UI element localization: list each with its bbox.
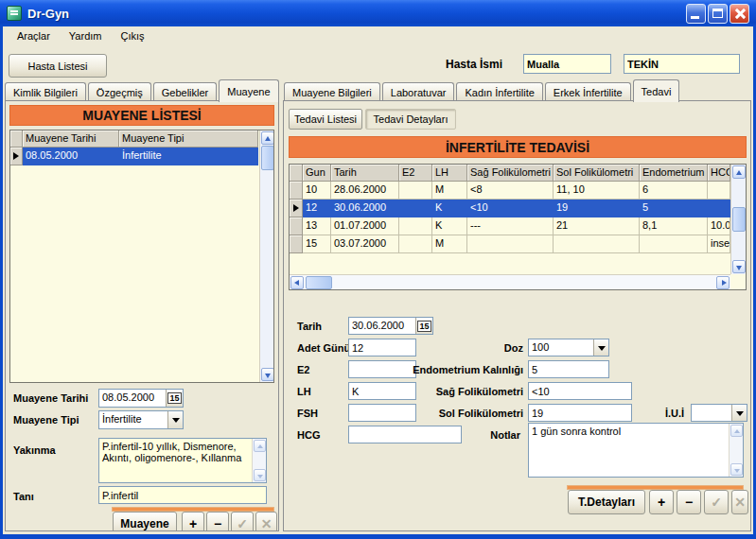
tarih-field[interactable]: 30.06.2000 15 [348,317,433,335]
endometrium-kalinligi-field[interactable] [528,360,609,378]
column-header-muayene-tarihi[interactable]: Muayene Tarihi [23,130,119,148]
tab-ozgecmis[interactable]: Özgeçmiş [88,82,151,101]
table-row[interactable]: 15 03.07.2000 M insem [290,235,746,253]
cell-endo: 8,1 [640,217,708,235]
scroll-up-icon[interactable] [254,440,266,452]
infertilite-tedavisi-header: İNFERTİLİTE TEDAVİSİ [289,136,747,158]
sag-folikulometri-field[interactable] [528,382,632,400]
tab-muayene-bilgileri[interactable]: Muayene Bilgileri [284,82,380,101]
tab-erkek-infertilite[interactable]: Erkek İnfertilite [545,82,631,101]
column-header-lh[interactable]: LH [432,165,467,182]
scroll-left-icon[interactable] [290,276,304,289]
cell-sag: <8 [467,182,554,200]
menu-araclar[interactable]: Araçlar [8,26,60,47]
scroll-track[interactable] [731,180,746,207]
column-header-gun[interactable]: Gun [303,165,331,182]
calendar-button[interactable]: 15 [166,390,183,407]
tedavi-detaylari-nav-button[interactable]: T.Detayları [568,490,645,514]
column-header-endometrium[interactable]: Endometrium [640,165,708,182]
hcg-field[interactable] [348,426,462,443]
cell-tarih: 01.07.2000 [331,217,399,235]
column-header-sol-folikulometri[interactable]: Sol Folikülometri [554,165,640,182]
scroll-down-icon[interactable] [254,469,266,481]
table-row[interactable]: 12 30.06.2000 K <10 19 5 [290,200,746,217]
notlar-scrollbar[interactable] [729,424,743,477]
minimize-button[interactable] [686,4,706,24]
notlar-textarea[interactable]: 1 gün sonra kontrol [529,424,729,477]
doz-combobox[interactable]: 100 [528,339,609,356]
column-header-e2[interactable]: E2 [399,165,432,182]
tab-kimlik-bilgileri[interactable]: Kimlik Bilgileri [5,82,86,101]
table-row[interactable]: 10 28.06.2000 M <8 11, 10 6 [290,182,746,200]
tarih-label: Tarih [297,321,322,332]
scroll-down-icon[interactable] [732,260,746,273]
scroll-right-icon[interactable] [716,276,730,289]
sol-folikulometri-field[interactable] [528,404,632,422]
subtab-tedavi-detaylari[interactable]: Tedavi Detayları [365,109,456,130]
first-name-field[interactable] [523,54,611,74]
tab-gebelikler[interactable]: Gebelikler [153,82,218,101]
title-bar: Dr-Gyn [0,0,756,26]
table-row[interactable]: 08.05.2000 İnfertilite [10,148,273,165]
menu-yardim[interactable]: Yardım [60,26,112,47]
tedavi-grid-vscrollbar[interactable] [730,165,746,274]
add-record-button[interactable]: + [182,512,204,531]
cell-tarih: 30.06.2000 [331,200,399,217]
yakinma-label: Yakınma [13,444,56,456]
scroll-down-icon[interactable] [730,463,743,476]
cell-sag [467,235,554,253]
cancel-record-button[interactable]: ✕ [255,512,277,531]
cancel-record-button[interactable]: ✕ [731,490,748,514]
cell-e2 [399,235,432,253]
column-header-tarih[interactable]: Tarih [331,165,399,182]
muayene-grid-vscrollbar[interactable] [259,130,273,382]
post-record-button[interactable]: ✓ [704,490,729,514]
calendar-button[interactable]: 15 [415,318,432,334]
chevron-down-icon[interactable] [167,411,183,428]
close-button[interactable] [730,4,749,24]
post-record-button[interactable]: ✓ [231,512,254,531]
scroll-track[interactable] [731,232,746,259]
right-tabstrip: Muayene Bilgileri Laboratuvar Kadın İnfe… [284,78,681,101]
column-header-sag-folikulometri[interactable]: Sağ Folikülometri [467,165,554,182]
tedavi-tabpage: Tedavi Listesi Tedavi Detayları İNFERTİL… [283,100,751,531]
window-controls [686,4,749,24]
hasta-listesi-button[interactable]: Hasta Listesi [9,54,107,78]
tab-muayene[interactable]: Muayene [219,79,278,102]
muayene-tipi-combobox[interactable]: İnfertilite [98,410,184,429]
menu-cikis[interactable]: Çıkış [111,26,153,47]
delete-record-button[interactable]: − [677,490,701,514]
maximize-button[interactable] [708,4,728,24]
cell-lh: M [432,182,467,200]
delete-record-button[interactable]: − [206,512,229,531]
yakinma-textarea[interactable]: P.infertil-10 yıllık, Dismenore, Akıntı,… [99,439,252,482]
table-row[interactable]: 13 01.07.2000 K --- 21 8,1 10.00 [290,217,746,235]
muayene-tarihi-field[interactable]: 08.05.2000 15 [98,389,184,408]
column-header-hcg[interactable]: HCG [708,165,730,182]
muayene-nav-button[interactable]: Muayene [113,512,177,531]
tab-tedavi[interactable]: Tedavi [633,79,680,102]
scroll-thumb[interactable] [261,146,274,170]
cell-hcg: insem [708,235,730,253]
tedavi-grid-hscrollbar[interactable] [290,274,730,289]
chevron-down-icon[interactable] [593,339,608,356]
chevron-down-icon[interactable] [731,405,747,421]
tab-kadin-infertilite[interactable]: Kadın İnfertilite [456,82,542,101]
iui-combobox[interactable] [691,404,747,422]
scroll-thumb[interactable] [732,207,746,232]
tani-field[interactable] [98,486,267,504]
last-name-field[interactable] [624,54,740,74]
cell-gun: 12 [303,200,331,217]
scroll-up-icon[interactable] [732,165,746,179]
scroll-up-icon[interactable] [730,425,743,437]
subtab-tedavi-listesi[interactable]: Tedavi Listesi [289,109,362,130]
column-header-muayene-tipi[interactable]: Muayene Tipi [119,130,258,148]
cell-muayene-tipi: İnfertilite [119,148,258,165]
scroll-up-icon[interactable] [261,131,274,145]
tab-laboratuvar[interactable]: Laboratuvar [382,82,455,101]
add-record-button[interactable]: + [649,490,674,514]
scroll-down-icon[interactable] [261,368,274,381]
scroll-thumb[interactable] [306,276,332,289]
scroll-track[interactable] [260,170,273,367]
yakinma-scrollbar[interactable] [252,439,266,482]
